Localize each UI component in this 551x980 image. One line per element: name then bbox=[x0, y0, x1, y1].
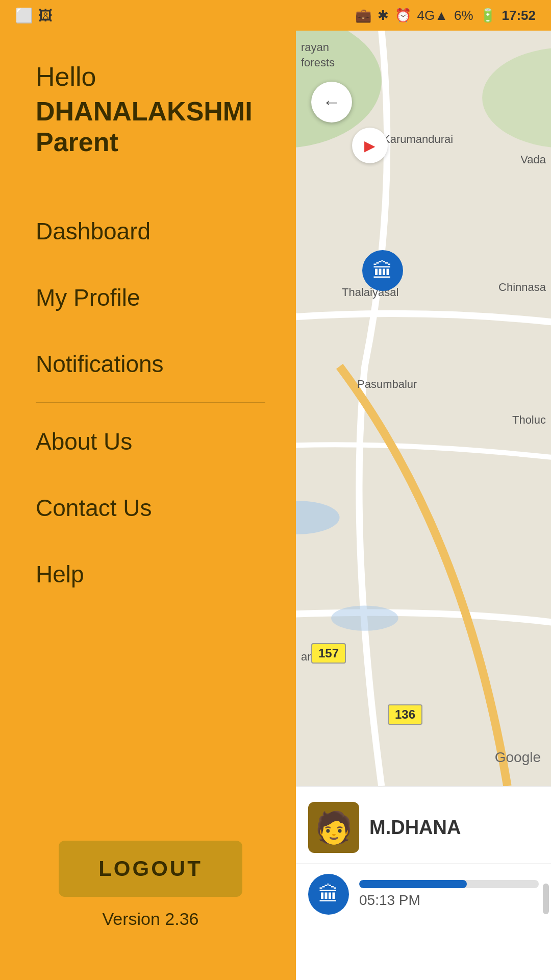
greeting-hello: Hello bbox=[36, 61, 265, 92]
map-label-rayan: rayan bbox=[301, 41, 329, 54]
map-label-forests: forests bbox=[301, 56, 335, 69]
logout-button[interactable]: LOGOUT bbox=[59, 841, 242, 897]
road-badge-136: 136 bbox=[388, 704, 422, 725]
image-icon: 🖼 bbox=[38, 7, 53, 24]
bus-icon-circle: 🏛 bbox=[308, 874, 349, 915]
status-icons-right: 💼 ✱ ⏰ 4G▲ 6% 🔋 17:52 bbox=[355, 8, 536, 23]
avatar: 🧑 bbox=[308, 802, 359, 853]
map-background: rayan forests Karumandurai Thalaiyasal C… bbox=[296, 31, 551, 786]
road-badge-157: 157 bbox=[311, 643, 346, 664]
bus-progress-bar bbox=[359, 880, 539, 888]
scroll-indicator bbox=[543, 884, 549, 914]
sidebar-item-help[interactable]: Help bbox=[36, 541, 265, 607]
map-back-button[interactable]: ← bbox=[311, 82, 352, 122]
right-panel: rayan forests Karumandurai Thalaiyasal C… bbox=[296, 31, 551, 980]
bus-row: 🏛 05:13 PM bbox=[296, 864, 551, 925]
nav-divider bbox=[36, 402, 265, 403]
map-school-marker[interactable]: 🏛 bbox=[362, 250, 403, 291]
compass-arrow: ▶ bbox=[364, 137, 375, 154]
nav-items: Dashboard My Profile Notifications About… bbox=[36, 198, 265, 841]
greeting-username: DHANALAKSHMI Parent bbox=[36, 96, 265, 157]
version-label: Version 2.36 bbox=[102, 909, 198, 929]
battery-icon: 🔋 bbox=[480, 8, 496, 23]
sidebar-item-notifications[interactable]: Notifications bbox=[36, 331, 265, 397]
sidebar-item-contact-us[interactable]: Contact Us bbox=[36, 475, 265, 541]
student-name: M.DHANA bbox=[369, 817, 461, 839]
main-layout: Hello DHANALAKSHMI Parent Dashboard My P… bbox=[0, 31, 551, 980]
signal-icon: 4G▲ bbox=[417, 8, 448, 23]
map-label-vadai: Vada bbox=[520, 153, 546, 166]
status-time: 17:52 bbox=[502, 8, 536, 23]
student-row: 🧑 M.DHANA bbox=[296, 787, 551, 864]
greeting-section: Hello DHANALAKSHMI Parent bbox=[36, 61, 265, 157]
status-bar: ⬜ 🖼 💼 ✱ ⏰ 4G▲ 6% 🔋 17:52 bbox=[0, 0, 551, 31]
svg-point-4 bbox=[331, 605, 398, 630]
sidebar-item-dashboard[interactable]: Dashboard bbox=[36, 198, 265, 264]
sidebar-item-my-profile[interactable]: My Profile bbox=[36, 264, 265, 331]
google-logo: Google bbox=[495, 749, 541, 766]
avatar-icon: 🧑 bbox=[315, 810, 353, 846]
sidebar-bottom: LOGOUT Version 2.36 bbox=[36, 841, 265, 949]
briefcase-icon: 💼 bbox=[355, 8, 371, 23]
status-bar-left: ⬜ 🖼 bbox=[15, 7, 53, 24]
bus-progress-fill bbox=[359, 880, 467, 888]
map-label-chinnasa: Chinnasa bbox=[498, 281, 546, 294]
mi-icon: ⬜ bbox=[15, 7, 33, 24]
map-label-pasumbalur: Pasumbalur bbox=[357, 378, 417, 391]
map-container[interactable]: rayan forests Karumandurai Thalaiyasal C… bbox=[296, 31, 551, 786]
alarm-icon: ⏰ bbox=[395, 8, 411, 23]
map-compass: ▶ bbox=[352, 128, 388, 163]
sidebar-item-about-us[interactable]: About Us bbox=[36, 408, 265, 475]
bus-info: 05:13 PM bbox=[359, 880, 539, 909]
bluetooth-icon: ✱ bbox=[378, 8, 389, 23]
map-label-tholuc: Tholuc bbox=[512, 413, 546, 427]
bus-school-icon: 🏛 bbox=[318, 883, 339, 906]
bottom-card: 🧑 M.DHANA 🏛 05:13 PM bbox=[296, 786, 551, 980]
bus-time: 05:13 PM bbox=[359, 892, 539, 909]
school-icon: 🏛 bbox=[372, 259, 393, 282]
sidebar-drawer: Hello DHANALAKSHMI Parent Dashboard My P… bbox=[0, 31, 296, 980]
battery-level: 6% bbox=[454, 8, 473, 23]
map-label-karumandurai: Karumandurai bbox=[383, 133, 453, 146]
